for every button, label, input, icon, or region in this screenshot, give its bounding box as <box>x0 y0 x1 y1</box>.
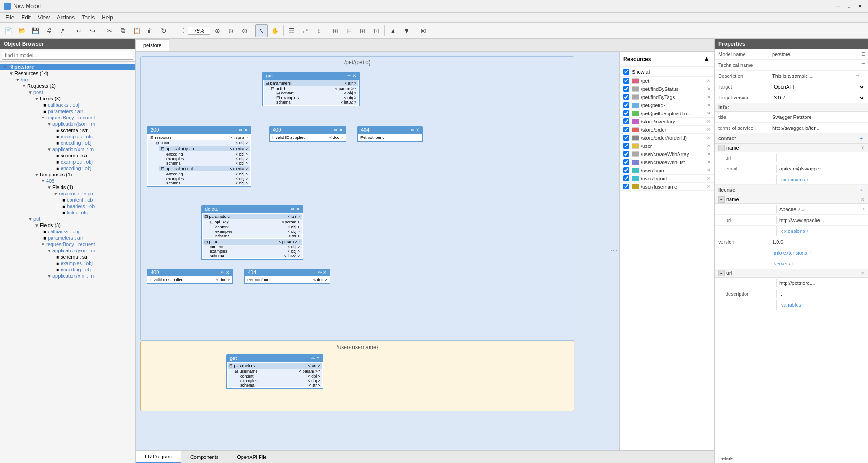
server-vars-value[interactable]: variables + <box>776 300 868 310</box>
search-input[interactable] <box>2 51 133 60</box>
export-button[interactable]: ↗ <box>56 24 69 37</box>
menu-tools[interactable]: Tools <box>78 14 98 22</box>
license-add-btn[interactable]: + <box>858 186 864 194</box>
tree-root-petstore[interactable]: ▼ 🗄 petstore <box>0 64 135 70</box>
tree-examples2[interactable]: ■ examples : obj <box>0 159 135 165</box>
tree-toggle[interactable]: ▼ <box>40 115 46 120</box>
tree-callbacks-put[interactable]: ■ callbacks : obj <box>0 228 135 235</box>
tree-toggle[interactable]: ▼ <box>46 147 52 152</box>
tree-requests[interactable]: ▼ Requests (2) <box>0 83 135 89</box>
drag-handle[interactable]: ⋮ <box>610 247 618 255</box>
user-get-node[interactable]: get ✏ ✕ ⊟ parameters< arr > ⊟ username< … <box>226 354 323 389</box>
delete-node[interactable]: delete ✏ ✕ ⊟ parameters< arr > ⊟ api_key… <box>201 205 303 260</box>
menu-actions[interactable]: Actions <box>53 14 78 22</box>
target-version-select[interactable]: 3.0.2 <box>772 94 865 101</box>
tree-toggle[interactable]: ▼ <box>27 90 33 95</box>
paste-button[interactable]: 📋 <box>130 24 143 37</box>
servers-btn[interactable]: servers + <box>772 260 797 267</box>
resource-checkbox-12[interactable] <box>623 167 629 173</box>
menu-edit[interactable]: Edit <box>18 14 34 22</box>
edit-desc-icon[interactable]: ✏ … <box>856 73 865 78</box>
technical-name-input[interactable] <box>772 62 859 68</box>
fullscreen-button[interactable]: ⛶ <box>174 24 187 37</box>
tree-toggle[interactable]: ▼ <box>46 185 52 190</box>
save2-button[interactable]: ⊠ <box>417 24 430 37</box>
resource-remove-4[interactable]: ✕ <box>707 103 711 108</box>
resource-checkbox-1[interactable] <box>623 78 629 84</box>
show-all-checkbox[interactable] <box>623 69 629 75</box>
table-button[interactable]: ⊟ <box>343 24 356 37</box>
tree-response[interactable]: ▼ response : rspn <box>0 190 135 197</box>
tree-toggle[interactable]: ▼ <box>33 172 40 177</box>
tab-petstore[interactable]: petstore <box>136 39 169 51</box>
diagram-area[interactable]: /pet/{petId} /user/{username} get ✏ ✕ <box>136 52 619 450</box>
tree-fields-3b[interactable]: ▼ Fields (3) <box>0 222 135 228</box>
print-button[interactable]: 🖨 <box>43 24 55 37</box>
resource-remove-9[interactable]: ✕ <box>707 143 711 148</box>
tree-toggle[interactable]: ▼ <box>27 217 33 222</box>
resource-checkbox-9[interactable] <box>623 143 629 149</box>
tree-examples1[interactable]: ■ examples : obj <box>0 133 135 140</box>
resource-checkbox-2[interactable] <box>623 86 629 92</box>
tree-encoding-put[interactable]: ■ encoding : obj <box>0 266 135 273</box>
tree-resources[interactable]: ▼ Resources (14) <box>0 70 135 76</box>
zoom-display[interactable]: 75% <box>188 27 210 35</box>
move-up-button[interactable]: ▲ <box>387 24 399 37</box>
edit-icon-userget[interactable]: ✏ ✕ <box>311 356 320 361</box>
pan-tool-button[interactable]: ✋ <box>269 24 281 37</box>
get-node[interactable]: get ✏ ✕ ⊟ parameters< arr > ⊟ petId< par… <box>262 72 360 106</box>
200-node[interactable]: 200 ✏ ✕ ⊟ response< rspns > ⊟ content< o… <box>147 126 251 187</box>
add-col-button[interactable]: ⊞ <box>356 24 369 37</box>
resource-checkbox-11[interactable] <box>623 159 629 165</box>
server-vars-btn[interactable]: variables + <box>779 301 807 308</box>
resource-checkbox-10[interactable] <box>623 151 629 157</box>
tree-toggle[interactable]: ▼ <box>21 84 27 89</box>
redo-button[interactable]: ↪ <box>86 24 99 37</box>
window-controls[interactable]: ─ □ ✕ <box>834 3 864 10</box>
zoom-out-button[interactable]: ⊖ <box>225 24 237 37</box>
target-select[interactable]: OpenAPI <box>772 84 865 90</box>
minus-contact-name[interactable]: − <box>718 145 725 151</box>
resource-remove-2[interactable]: ✕ <box>707 86 711 91</box>
resource-checkbox-6[interactable] <box>623 118 629 124</box>
resource-checkbox-13[interactable] <box>623 175 629 181</box>
close-button[interactable]: ✕ <box>855 3 864 10</box>
target-value[interactable]: OpenAPI <box>769 82 868 91</box>
tree-405[interactable]: ▼ 405 <box>0 178 135 184</box>
resource-remove-1[interactable]: ✕ <box>707 78 711 83</box>
tree-toggle[interactable]: ▼ <box>40 179 46 184</box>
tree-examples-put[interactable]: ■ examples : obj <box>0 260 135 266</box>
refresh-button[interactable]: ↻ <box>157 24 170 37</box>
collapse-resources-icon[interactable]: ▲ <box>702 54 711 64</box>
resource-remove-6[interactable]: ✕ <box>707 119 711 124</box>
resource-remove-12[interactable]: ✕ <box>707 168 711 173</box>
tree-appxml-put[interactable]: ▼ application/xml : m <box>0 273 135 279</box>
resource-checkbox-5[interactable] <box>623 110 629 116</box>
open-button[interactable]: 📂 <box>15 24 28 37</box>
resource-remove-14[interactable]: ✕ <box>707 184 711 189</box>
contact-add-btn[interactable]: + <box>858 135 864 142</box>
grid-button[interactable]: ⊞ <box>329 24 342 37</box>
tree-toggle[interactable]: ▼ <box>14 77 21 82</box>
resource-checkbox-8[interactable] <box>623 135 629 141</box>
tree-toggle[interactable]: ▼ <box>33 223 40 228</box>
tree-callbacks[interactable]: ■ callbacks : obj <box>0 102 135 108</box>
license-extensions-value[interactable]: extensions + <box>776 226 868 236</box>
move-down-button[interactable]: ▼ <box>400 24 413 37</box>
info-extensions-btn[interactable]: info extensions + <box>772 249 813 256</box>
minus-server-url[interactable]: − <box>718 270 725 276</box>
new-button[interactable]: 📄 <box>2 24 14 37</box>
tree-schema-str1[interactable]: ■ schema : str <box>0 127 135 133</box>
tree-fields-1[interactable]: ▼ Fields (1) <box>0 184 135 190</box>
tree-toggle[interactable]: ▼ <box>2 65 8 70</box>
edit-icon[interactable]: ✏ ✕ <box>347 73 356 78</box>
minimize-button[interactable]: ─ <box>834 3 843 10</box>
tree-responses1[interactable]: ▼ Responses (1) <box>0 171 135 178</box>
menu-view[interactable]: View <box>34 14 53 22</box>
add-row-button[interactable]: ⊡ <box>370 24 383 37</box>
tree-parameters-put[interactable]: ■ parameters : arr <box>0 235 135 241</box>
edit-icon-400[interactable]: ✏ ✕ <box>334 128 342 132</box>
save-button[interactable]: 💾 <box>29 24 42 37</box>
edit-icon-del404[interactable]: ✏ ✕ <box>318 270 327 275</box>
license-extensions-btn[interactable]: extensions + <box>779 227 811 235</box>
